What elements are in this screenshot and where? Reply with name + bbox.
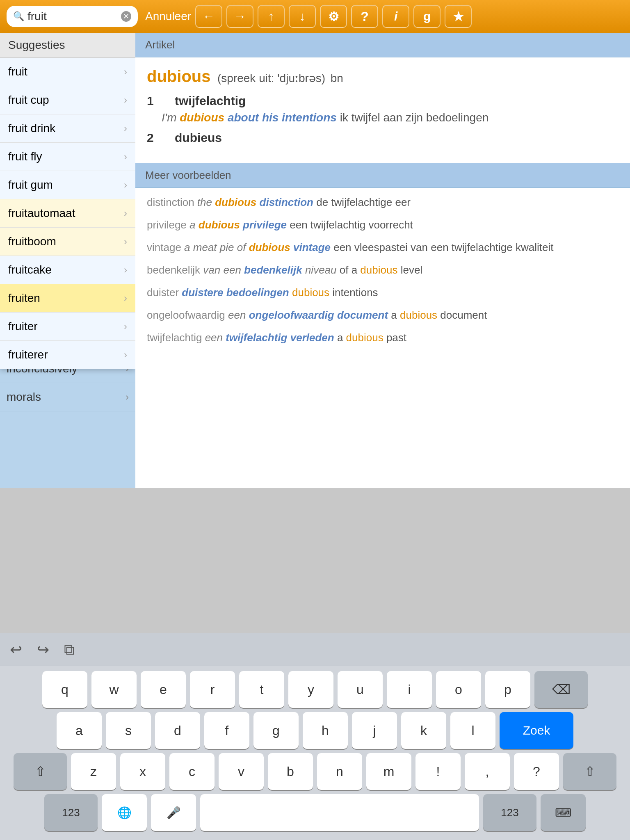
- globe-button[interactable]: 🌐: [102, 794, 147, 831]
- key-r[interactable]: r: [190, 671, 235, 708]
- key-p[interactable]: p: [485, 671, 530, 708]
- suggestion-fruitautomaat[interactable]: fruitautomaat ›: [0, 199, 135, 228]
- key-b[interactable]: b: [268, 753, 313, 790]
- key-e[interactable]: e: [141, 671, 186, 708]
- backspace-button[interactable]: ⌫: [534, 671, 588, 708]
- meer-distinction: distinction the dubious distinction de t…: [147, 194, 619, 210]
- suggestion-fruit-fly[interactable]: fruit fly ›: [0, 143, 135, 171]
- suggestion-fruit[interactable]: fruit ›: [0, 58, 135, 86]
- question-button[interactable]: ?: [351, 5, 378, 28]
- keyboard-hide-button[interactable]: ⌨: [541, 794, 586, 831]
- key-w[interactable]: w: [91, 671, 137, 708]
- suggestion-fruiter[interactable]: fruiter ›: [0, 313, 135, 341]
- key-q[interactable]: q: [42, 671, 87, 708]
- suggestion-fruitcake[interactable]: fruitcake ›: [0, 256, 135, 284]
- key-y[interactable]: y: [288, 671, 333, 708]
- suggestion-text: fruit fly: [8, 150, 42, 163]
- def-num-1: 1: [147, 94, 160, 108]
- forward-button[interactable]: →: [226, 5, 253, 28]
- num-button-left[interactable]: 123: [44, 794, 98, 831]
- key-x[interactable]: x: [120, 753, 165, 790]
- key-s[interactable]: s: [106, 712, 151, 749]
- list-item-morals[interactable]: morals ›: [0, 383, 135, 411]
- spacebar-button[interactable]: [200, 794, 479, 831]
- key-m[interactable]: m: [366, 753, 411, 790]
- undo-button[interactable]: ↩: [10, 641, 22, 658]
- main-area: Tref... Suggesties fruit › fruit cup › f…: [0, 33, 630, 488]
- suggestion-fruit-drink[interactable]: fruit drink ›: [0, 114, 135, 143]
- suggestion-fruiten[interactable]: fruiten ›: [0, 284, 135, 313]
- key-j[interactable]: j: [352, 712, 397, 749]
- chevron-icon: ›: [124, 66, 127, 78]
- paste-button[interactable]: ⧉: [64, 641, 75, 658]
- meer-dubious-2: dubious: [199, 219, 240, 231]
- key-exclaim[interactable]: !: [415, 753, 461, 790]
- meer-dubious-1: dubious: [215, 196, 256, 208]
- keyboard: q w e r t y u i o p ⌫ a s d f g h j k l …: [0, 666, 630, 840]
- key-k[interactable]: k: [401, 712, 446, 749]
- key-n[interactable]: n: [317, 753, 362, 790]
- num-button-right[interactable]: 123: [483, 794, 536, 831]
- key-l[interactable]: l: [450, 712, 495, 749]
- mic-button[interactable]: 🎤: [151, 794, 196, 831]
- meer-ongeloofwaardig-word: ongeloofwaardig: [249, 309, 334, 321]
- key-v[interactable]: v: [219, 753, 264, 790]
- meer-nl-1: de twijfelachtige eer: [316, 196, 411, 208]
- down-button[interactable]: ↓: [289, 5, 316, 28]
- shift-left-button[interactable]: ⇧: [14, 753, 67, 790]
- shift-right-button[interactable]: ⇧: [563, 753, 616, 790]
- meer-twijfelachtig: twijfelachtig een twijfelachtig verleden…: [147, 330, 619, 346]
- meer-een: een: [228, 309, 249, 321]
- clear-button[interactable]: ✕: [121, 11, 131, 22]
- key-i[interactable]: i: [387, 671, 432, 708]
- key-comma[interactable]: ,: [465, 753, 510, 790]
- meer-vintage: vintage a meat pie of dubious vintage ee…: [147, 240, 619, 256]
- meer-header: Meer voorbeelden: [135, 163, 630, 188]
- back-button[interactable]: ←: [195, 5, 222, 28]
- list-item-label: morals: [7, 390, 41, 404]
- key-d[interactable]: d: [155, 712, 200, 749]
- search-box[interactable]: 🔍 ✕: [7, 6, 138, 27]
- zoek-button[interactable]: Zoek: [500, 712, 573, 749]
- key-c[interactable]: c: [169, 753, 215, 790]
- word-heading: dubious (spreek uit: 'djuːbrəs) bn: [147, 67, 619, 86]
- suggestion-fruitboom[interactable]: fruitboom ›: [0, 228, 135, 256]
- key-row-2: a s d f g h j k l Zoek: [3, 712, 627, 749]
- suggestion-text: fruit drink: [8, 122, 55, 135]
- key-row-3: ⇧ z x c v b n m ! , ? ⇧: [3, 753, 627, 790]
- suggestion-text: fruit gum: [8, 178, 53, 192]
- redo-button[interactable]: ↪: [37, 641, 49, 658]
- annuleer-button[interactable]: Annuleer: [145, 10, 191, 23]
- example-prefix: I'm: [162, 111, 180, 124]
- meer-dubious-3: dubious: [249, 241, 290, 253]
- suggestion-fruit-gum[interactable]: fruit gum ›: [0, 171, 135, 199]
- key-t[interactable]: t: [239, 671, 284, 708]
- up-button[interactable]: ↑: [258, 5, 285, 28]
- key-h[interactable]: h: [303, 712, 348, 749]
- meer-nl-3: een vleespastei van een twijfelachtige k…: [333, 241, 553, 253]
- info-button[interactable]: i: [382, 5, 409, 28]
- key-question[interactable]: ?: [514, 753, 559, 790]
- meer-past: past: [383, 331, 406, 344]
- suggestion-text: fruitcake: [8, 263, 52, 276]
- google-button[interactable]: g: [413, 5, 441, 28]
- suggestions-header: Suggesties: [0, 33, 135, 58]
- chevron-icon: ›: [124, 349, 127, 361]
- meer-content: distinction the dubious distinction de t…: [135, 188, 630, 359]
- settings-button[interactable]: ⚙: [320, 5, 347, 28]
- meer-nl-6: a: [391, 309, 400, 321]
- key-z[interactable]: z: [71, 753, 116, 790]
- key-u[interactable]: u: [338, 671, 383, 708]
- chevron-icon: ›: [124, 321, 127, 332]
- def-num-2: 2: [147, 131, 160, 145]
- star-button[interactable]: ★: [445, 5, 472, 28]
- key-g[interactable]: g: [253, 712, 299, 749]
- key-o[interactable]: o: [436, 671, 481, 708]
- suggestion-fruiterer[interactable]: fruiterer ›: [0, 341, 135, 369]
- suggestion-fruit-cup[interactable]: fruit cup ›: [0, 86, 135, 114]
- example-dubious: dubious: [180, 111, 224, 124]
- word-type: bn: [331, 72, 343, 84]
- key-f[interactable]: f: [204, 712, 249, 749]
- search-input[interactable]: [27, 10, 118, 23]
- key-a[interactable]: a: [57, 712, 102, 749]
